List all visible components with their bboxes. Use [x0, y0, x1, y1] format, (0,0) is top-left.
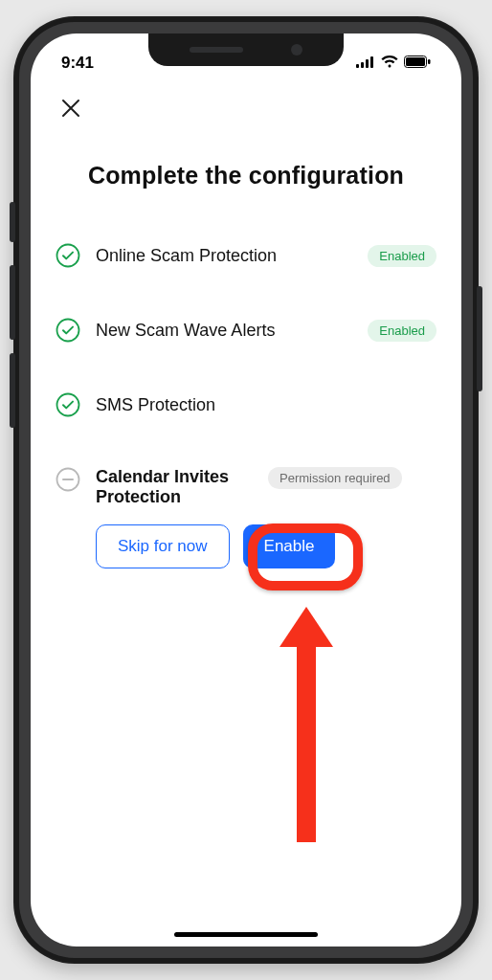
svg-rect-5	[406, 57, 425, 66]
config-item-label: Calendar Invites Protection	[96, 467, 258, 507]
config-list: Online Scam Protection Enabled New Scam …	[31, 243, 461, 568]
notch	[148, 33, 344, 66]
svg-point-7	[57, 245, 79, 267]
svg-point-9	[57, 394, 79, 416]
config-item-label: New Scam Wave Alerts	[96, 321, 352, 341]
svg-point-8	[57, 320, 79, 342]
status-badge: Enabled	[368, 320, 436, 342]
status-badge: Enabled	[368, 245, 436, 267]
svg-rect-1	[361, 62, 364, 68]
screen: 9:41 Complete the configuration	[31, 33, 461, 947]
config-item-label: SMS Protection	[96, 395, 436, 415]
close-icon	[60, 98, 81, 119]
side-button	[10, 202, 15, 242]
config-item-online-scam: Online Scam Protection Enabled	[56, 243, 436, 268]
status-badge: Permission required	[268, 467, 402, 489]
svg-rect-3	[370, 56, 373, 68]
home-indicator[interactable]	[174, 932, 318, 937]
phone-frame: 9:41 Complete the configuration	[13, 16, 479, 964]
config-item-sms: SMS Protection	[56, 392, 436, 417]
check-circle-icon	[56, 243, 80, 268]
close-button[interactable]	[56, 93, 86, 123]
enable-button[interactable]: Enable	[243, 524, 336, 568]
svg-rect-0	[356, 64, 359, 68]
skip-button[interactable]: Skip for now	[96, 524, 230, 568]
cellular-icon	[356, 54, 375, 73]
status-time: 9:41	[61, 54, 94, 73]
minus-circle-icon	[56, 467, 80, 492]
wifi-icon	[381, 54, 398, 73]
config-item-label: Online Scam Protection	[96, 246, 352, 266]
check-circle-icon	[56, 318, 80, 343]
check-circle-icon	[56, 392, 80, 417]
page-title: Complete the configuration	[31, 162, 461, 189]
svg-rect-6	[428, 59, 431, 64]
svg-rect-2	[366, 59, 369, 68]
volume-down-button	[10, 353, 15, 428]
battery-icon	[404, 54, 431, 73]
power-button	[477, 286, 482, 391]
config-item-calendar: Calendar Invites Protection Permission r…	[56, 467, 436, 568]
config-item-scam-wave: New Scam Wave Alerts Enabled	[56, 318, 436, 343]
volume-up-button	[10, 265, 15, 340]
